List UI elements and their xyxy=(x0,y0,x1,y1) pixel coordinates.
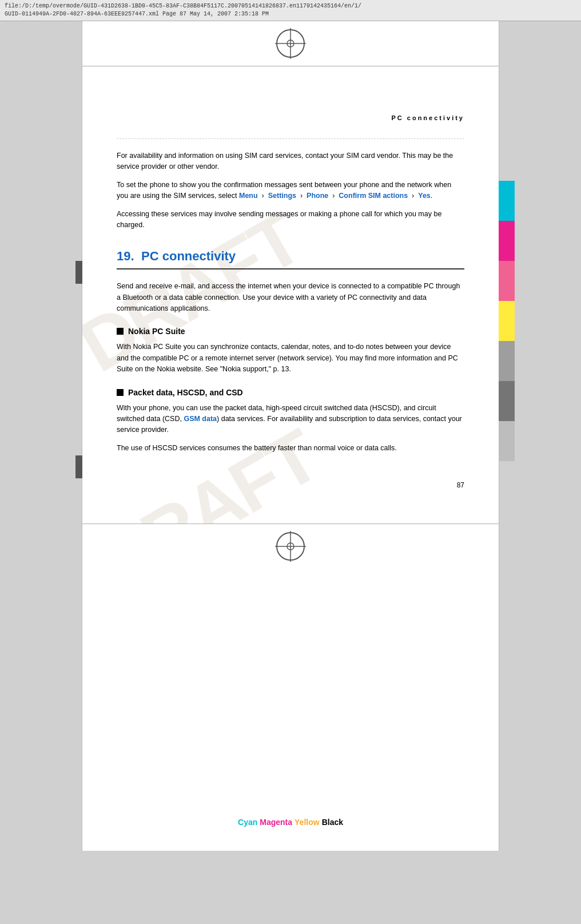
chapter-divider xyxy=(117,138,464,139)
reg-mark-bottom-icon xyxy=(275,531,306,562)
bullet-square-2 xyxy=(117,389,124,396)
color-magenta-label: Magenta xyxy=(260,818,292,827)
sidebar-tab-gray2 xyxy=(499,381,515,421)
left-mark-2 xyxy=(75,455,82,478)
section-intro: Send and receive e-mail, and access the … xyxy=(117,281,464,314)
reg-mark-top-icon xyxy=(275,28,306,59)
content-area: PC connectivity For availability and inf… xyxy=(82,66,499,524)
page-number: 87 xyxy=(117,477,464,489)
page-wrapper: file:/D:/temp/overmode/GUID-431D2638-1BD… xyxy=(0,0,581,924)
filepath-bar: file:/D:/temp/overmode/GUID-431D2638-1BD… xyxy=(0,0,581,21)
yes-link[interactable]: Yes xyxy=(418,192,431,200)
intro-para-3: Accessing these services may involve sen… xyxy=(117,209,464,231)
section-number: 19. xyxy=(117,249,134,263)
color-black-label: Black xyxy=(322,818,343,827)
menu-link[interactable]: Menu xyxy=(239,192,258,200)
chapter-header: PC connectivity xyxy=(117,112,464,127)
subsection-2-title: Packet data, HSCSD, and CSD xyxy=(128,388,243,397)
color-cyan-label: Cyan xyxy=(238,818,257,827)
color-yellow-label: Yellow xyxy=(295,818,320,827)
filepath-line2: GUID-0114949A-2FD0-4027-894A-63EEE925744… xyxy=(5,11,269,17)
sidebar-tabs xyxy=(499,181,515,461)
confirm-sim-link[interactable]: Confirm SIM actions xyxy=(339,192,408,200)
subsection-packet-heading: Packet data, HSCSD, and CSD xyxy=(117,388,464,397)
intro-para-2: To set the phone to show you the confirm… xyxy=(117,180,464,202)
subsection-nokia-heading: Nokia PC Suite xyxy=(117,327,464,336)
subsection-2-body1: With your phone, you can use the packet … xyxy=(117,403,464,436)
reg-mark-bottom-container xyxy=(82,524,499,569)
settings-link[interactable]: Settings xyxy=(268,192,296,200)
section-title: PC connectivity xyxy=(141,249,236,263)
sidebar-tab-gray3 xyxy=(499,421,515,461)
filepath-line1: file:/D:/temp/overmode/GUID-431D2638-1BD… xyxy=(5,3,361,9)
gsm-data-link[interactable]: GSM data xyxy=(184,415,217,423)
subsection-2-body2: The use of HSCSD services consumes the b… xyxy=(117,443,464,454)
chapter-title: PC connectivity xyxy=(391,114,464,121)
book-page: DRAFT DRAFT PC connectivity For availabi… xyxy=(82,21,499,851)
reg-mark-top-container xyxy=(82,21,499,66)
sidebar-tab-magenta xyxy=(499,221,515,261)
subsection-1-body: With Nokia PC Suite you can synchronize … xyxy=(117,342,464,375)
page-inner: DRAFT DRAFT PC connectivity For availabi… xyxy=(82,66,499,524)
phone-link[interactable]: Phone xyxy=(307,192,328,200)
sidebar-tab-yellow xyxy=(499,301,515,341)
left-mark-1 xyxy=(75,261,82,284)
sidebar-tab-pink xyxy=(499,261,515,301)
subsection-1-title: Nokia PC Suite xyxy=(128,327,185,336)
bullet-square-1 xyxy=(117,328,124,335)
section-heading: 19. PC connectivity xyxy=(117,249,464,269)
sidebar-tab-cyan xyxy=(499,181,515,221)
bottom-color-bar: Cyan Magenta Yellow Black xyxy=(82,811,499,834)
sidebar-tab-gray1 xyxy=(499,341,515,381)
intro-para-1: For availability and information on usin… xyxy=(117,150,464,173)
